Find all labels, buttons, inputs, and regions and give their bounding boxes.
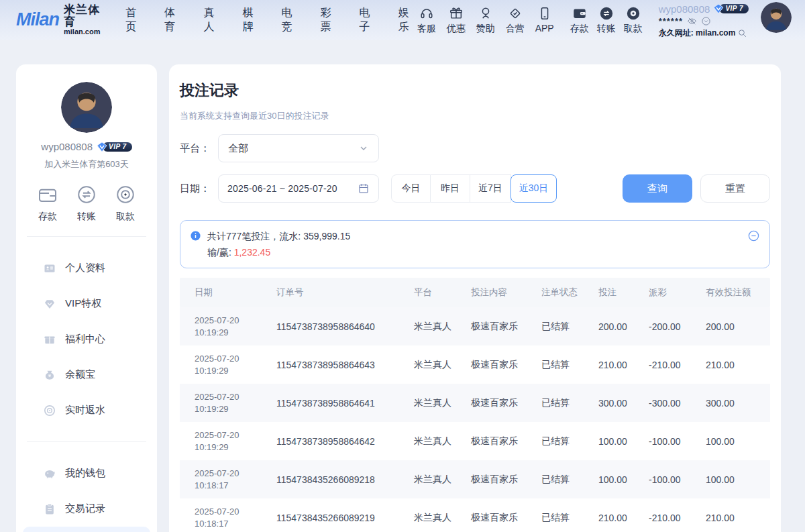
bet-date: 2025-07-20 <box>195 315 262 327</box>
divider <box>27 441 146 442</box>
cell-date: 2025-07-20 10:19:29 <box>180 429 262 454</box>
table-header-row: 日期 订单号 平台 投注内容 注单状态 投注 派彩 有效投注额 <box>180 278 770 307</box>
cell-order-number: 1154738738958864642 <box>262 436 399 447</box>
cell-order-number: 1154738738958864640 <box>262 321 399 332</box>
summary-banner: 共计777笔投注，流水: 359,999.15 输/赢: 1,232.45 <box>180 220 770 268</box>
headset-icon <box>419 6 434 21</box>
col-header-date: 日期 <box>180 286 262 299</box>
phone-icon <box>537 6 552 21</box>
promo-shortcut[interactable]: 优惠 <box>447 6 466 35</box>
sponsor-shortcut[interactable]: 赞助 <box>476 6 495 35</box>
calendar-icon <box>358 182 370 195</box>
sidebar-item-yuebao[interactable]: 余额宝 <box>16 357 157 392</box>
info-icon <box>190 230 201 242</box>
date-label: 日期： <box>180 182 210 195</box>
withdraw-icon <box>626 6 641 21</box>
cell-status: 已结算 <box>527 397 584 409</box>
deposit-action[interactable]: 存款 <box>37 184 58 223</box>
nav-item[interactable]: 娱乐 <box>398 6 417 34</box>
service-shortcuts: 客服 优惠 赞助 合营 APP <box>417 6 554 35</box>
chevron-down-icon <box>358 143 369 154</box>
collapse-icon[interactable] <box>747 229 760 242</box>
nav-item[interactable]: 体育 <box>164 6 183 34</box>
cell-bet-content: 极速百家乐 <box>456 397 527 409</box>
transfer-icon <box>76 184 97 205</box>
col-header-valid: 有效投注额 <box>691 286 770 299</box>
profile-sidebar: wyp080808 VIP 7 加入米兰体育第603天 存款 转账 取款 <box>16 64 157 532</box>
sidebar-item-label: VIP特权 <box>65 297 101 310</box>
cell-bet-amount: 100.00 <box>584 436 634 447</box>
withdraw-shortcut[interactable]: 取款 <box>624 6 643 35</box>
cell-order-number: 1154738738958864643 <box>262 360 399 370</box>
cell-valid-amount: 100.00 <box>691 436 770 447</box>
bet-time: 10:18:17 <box>195 518 262 530</box>
quick-date-30days[interactable]: 近30日 <box>511 174 557 203</box>
sidebar-item-welfare[interactable]: 福利中心 <box>16 321 157 357</box>
cell-bet-content: 极速百家乐 <box>456 512 527 524</box>
deposit-shortcut[interactable]: 存款 <box>570 6 589 35</box>
quick-date-today[interactable]: 今日 <box>391 174 431 203</box>
bet-records-panel: 投注记录 当前系统支持查询最近30日的投注记录 平台： 全部 日期： 2025-… <box>169 64 781 532</box>
sidebar-item-rebate[interactable]: 实时返水 <box>16 392 157 428</box>
sidebar-item-transactions[interactable]: 交易记录 <box>16 491 157 527</box>
nav-item[interactable]: 首页 <box>125 6 144 34</box>
sidebar-item-wallet[interactable]: 我的钱包 <box>16 456 157 491</box>
nav-item[interactable]: 电竞 <box>281 6 300 34</box>
table-row: 2025-07-20 10:19:29 1154738738958864640 … <box>180 307 770 345</box>
bet-date: 2025-07-20 <box>195 391 262 403</box>
cell-valid-amount: 300.00 <box>691 398 770 409</box>
quick-date-7days[interactable]: 近7日 <box>470 174 511 203</box>
sidebar-item-bet-records[interactable]: 投注记录 <box>23 527 150 532</box>
main-nav: 首页体育真人棋牌电竞彩票电子娱乐 <box>125 6 417 34</box>
nav-item[interactable]: 电子 <box>360 6 378 34</box>
cell-payout: -300.00 <box>634 398 691 409</box>
refresh-balance-icon[interactable] <box>701 16 711 26</box>
transfer-action[interactable]: 转账 <box>76 184 97 223</box>
gift-icon <box>449 6 464 21</box>
quick-date-yesterday[interactable]: 昨日 <box>431 174 470 203</box>
cell-valid-amount: 210.00 <box>691 360 770 370</box>
platform-filter-row: 平台： 全部 <box>180 134 770 162</box>
cell-bet-amount: 200.00 <box>584 321 634 332</box>
withdraw-action[interactable]: 取款 <box>115 184 136 223</box>
platform-select[interactable]: 全部 <box>218 134 379 162</box>
col-header-content: 投注内容 <box>456 286 527 299</box>
nav-item[interactable]: 彩票 <box>321 6 339 34</box>
shortcut-label: 转账 <box>597 23 616 35</box>
platform-selected-value: 全部 <box>228 142 248 155</box>
nav-item[interactable]: 棋牌 <box>242 6 261 34</box>
sidebar-menu-account: 个人资料 VIP特权 福利中心 余额宝 实时返水 <box>16 250 157 428</box>
sidebar-item-profile[interactable]: 个人资料 <box>16 250 157 286</box>
search-button[interactable]: 查询 <box>623 174 692 203</box>
nav-item[interactable]: 真人 <box>203 6 222 34</box>
reset-button[interactable]: 重置 <box>700 174 770 203</box>
sidebar-item-vip[interactable]: VIP特权 <box>16 286 157 321</box>
avatar[interactable] <box>61 82 112 133</box>
eye-off-icon[interactable] <box>687 16 697 26</box>
cell-valid-amount: 100.00 <box>691 474 770 485</box>
cell-status: 已结算 <box>527 474 584 486</box>
partner-shortcut[interactable]: 合营 <box>506 6 525 35</box>
shortcut-label: 优惠 <box>447 23 466 35</box>
cell-platform: 米兰真人 <box>399 435 456 447</box>
wallet-icon <box>572 6 587 21</box>
support-shortcut[interactable]: 客服 <box>417 6 436 35</box>
transfer-shortcut[interactable]: 转账 <box>597 6 616 35</box>
transfer-icon <box>599 6 614 21</box>
bet-time: 10:19:29 <box>195 403 262 415</box>
shortcut-label: APP <box>535 23 554 34</box>
logo-domain: milan.com <box>64 28 105 36</box>
action-label: 存款 <box>38 211 57 223</box>
magnifier-icon[interactable] <box>737 28 747 38</box>
cell-bet-content: 极速百家乐 <box>456 321 527 333</box>
app-shortcut[interactable]: APP <box>535 6 554 35</box>
col-header-bet: 投注 <box>584 286 634 299</box>
sidebar-item-label: 福利中心 <box>65 333 105 345</box>
cell-date: 2025-07-20 10:19:29 <box>180 315 262 339</box>
site-logo[interactable]: Milan 米兰体育 milan.com <box>16 4 105 36</box>
summary-line-winloss: 输/赢: 1,232.45 <box>207 244 350 260</box>
gem-icon <box>43 297 56 311</box>
date-range-picker[interactable]: 2025-06-21 ~ 2025-07-20 <box>218 174 379 203</box>
avatar[interactable] <box>761 2 792 33</box>
action-label: 取款 <box>116 211 135 223</box>
